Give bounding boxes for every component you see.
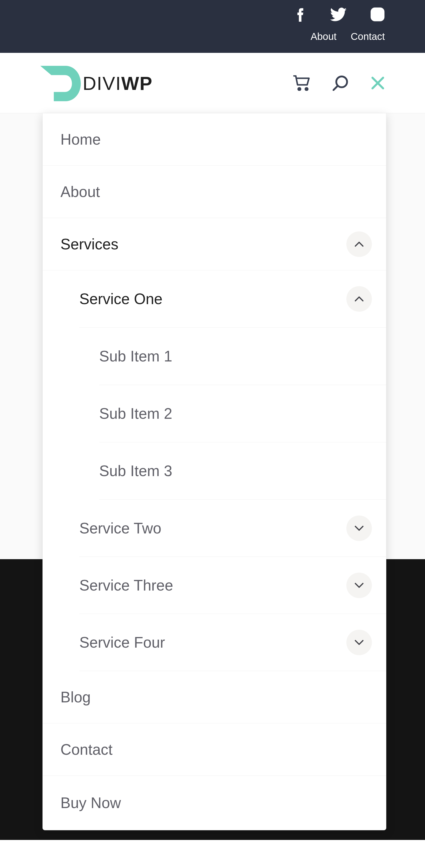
expand-toggle[interactable] <box>346 630 372 655</box>
header-icons <box>293 75 385 92</box>
menu-item-label: Sub Item 1 <box>99 347 172 365</box>
menu-item-label: About <box>60 183 100 200</box>
menu-item-label: Services <box>60 236 118 253</box>
menu-item-label: Sub Item 2 <box>99 405 172 422</box>
svg-point-4 <box>305 88 308 90</box>
menu-item-label: Sub Item 3 <box>99 462 172 479</box>
menu-item-about[interactable]: About <box>43 166 386 218</box>
menu-item-buy-now[interactable]: Buy Now <box>43 776 386 830</box>
menu-item-home[interactable]: Home <box>43 113 386 166</box>
menu-item-label: Home <box>60 131 101 148</box>
menu-item-service-four[interactable]: Service Four <box>79 614 386 671</box>
top-bar: About Contact <box>0 0 425 53</box>
menu-item-label: Service One <box>79 290 163 308</box>
menu-item-label: Service Two <box>79 520 161 537</box>
chevron-down-icon <box>355 640 364 645</box>
menu-item-service-one[interactable]: Service One <box>79 270 386 328</box>
chevron-up-icon <box>355 296 364 302</box>
service-one-submenu: Sub Item 1 Sub Item 2 Sub Item 3 <box>79 328 386 500</box>
menu-item-sub1[interactable]: Sub Item 1 <box>99 328 386 385</box>
menu-item-sub3[interactable]: Sub Item 3 <box>99 442 386 500</box>
chevron-up-icon <box>355 241 364 247</box>
collapse-toggle[interactable] <box>346 286 372 312</box>
logo-text: DIVIWP <box>83 74 152 93</box>
social-icons <box>295 7 385 23</box>
svg-point-1 <box>375 11 380 17</box>
mobile-menu-panel: Home About Services Service One Sub Item <box>42 113 386 830</box>
menu-item-label: Buy Now <box>60 794 121 812</box>
header-bar: DIVIWP <box>0 53 425 113</box>
menu-item-label: Blog <box>60 688 91 706</box>
menu-item-services[interactable]: Services <box>43 218 386 270</box>
expand-toggle[interactable] <box>346 572 372 598</box>
facebook-icon[interactable] <box>295 7 306 23</box>
menu-item-label: Service Three <box>79 577 173 594</box>
svg-point-2 <box>380 10 382 11</box>
topbar-contact-link[interactable]: Contact <box>351 31 385 42</box>
top-links: About Contact <box>310 31 385 42</box>
menu-item-service-three[interactable]: Service Three <box>79 557 386 614</box>
logo[interactable]: DIVIWP <box>40 66 152 101</box>
topbar-about-link[interactable]: About <box>310 31 336 42</box>
svg-point-3 <box>298 88 301 90</box>
logo-mark-icon <box>40 66 83 101</box>
expand-toggle[interactable] <box>346 516 372 541</box>
collapse-toggle[interactable] <box>346 231 372 257</box>
page-body: Home About Services Service One Sub Item <box>0 113 425 840</box>
chevron-down-icon <box>355 525 364 531</box>
svg-line-6 <box>333 86 338 90</box>
services-submenu: Service One Sub Item 1 Sub Item 2 Sub It… <box>43 270 386 671</box>
menu-item-service-two[interactable]: Service Two <box>79 500 386 557</box>
menu-item-sub2[interactable]: Sub Item 2 <box>99 385 386 442</box>
instagram-icon[interactable] <box>370 7 385 23</box>
menu-item-blog[interactable]: Blog <box>43 671 386 723</box>
menu-item-contact[interactable]: Contact <box>43 723 386 776</box>
twitter-icon[interactable] <box>330 7 347 22</box>
chevron-down-icon <box>355 583 364 588</box>
cart-icon[interactable] <box>293 75 310 92</box>
menu-item-label: Contact <box>60 741 113 758</box>
search-icon[interactable] <box>333 75 348 92</box>
menu-item-label: Service Four <box>79 634 165 651</box>
close-menu-icon[interactable] <box>371 76 385 91</box>
